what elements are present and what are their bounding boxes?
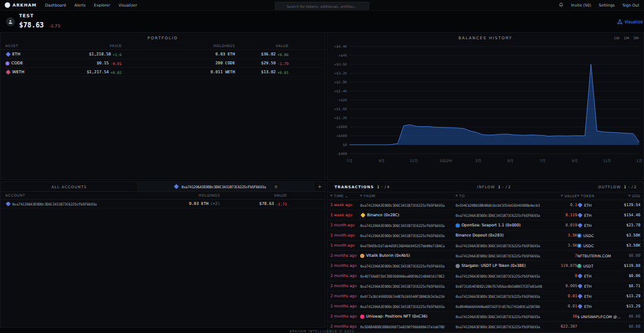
close-tab-icon[interactable]: × [274, 184, 278, 189]
column-header-asset[interactable]: ASSET [5, 43, 56, 48]
portfolio-asset[interactable]: ETH [5, 52, 56, 57]
entity-header: TEST $78.63 -1.73 Visualize [0, 11, 644, 32]
account-holdings-extra: (+2) [210, 201, 220, 206]
outflow-next-page-icon[interactable]: › [628, 185, 630, 189]
inflow-next-page-icon[interactable]: › [502, 185, 504, 189]
column-header-to[interactable]: ▼ TO [456, 194, 551, 198]
transaction-from[interactable]: 0x5D88A8DBC8B8696073e82907966600A37e1dd7… [360, 325, 456, 329]
transaction-time-link[interactable]: 2 months ago [330, 284, 360, 288]
svg-text:11月: 11月 [603, 158, 611, 163]
svg-text:1月: 1月 [636, 158, 642, 163]
transaction-from[interactable]: Binance (0x28C) [360, 213, 456, 217]
transaction-usd: $23.70 [621, 223, 640, 228]
transaction-time-link[interactable]: 1 week ago [330, 213, 360, 217]
range-1w-button[interactable]: 1W [614, 36, 620, 40]
transaction-to[interactable]: Binance Deposit (0x283) [456, 233, 551, 238]
svg-text:11月: 11月 [410, 158, 418, 163]
transaction-to[interactable]: 0x8731d54E9D82c28b767d56ac8b3d8037CD7e81… [456, 284, 551, 288]
transaction-from[interactable]: 0x4D73Ad872bC3DD368966ea0DE0b2148A01A178… [360, 274, 456, 278]
transaction-time-link[interactable]: 2 months ago [330, 263, 360, 268]
svg-text:3月: 3月 [475, 158, 481, 163]
tab-all-accounts[interactable]: ALL ACCOUNTS [1, 182, 138, 191]
transaction-time-link[interactable]: 1 week ago [330, 203, 360, 207]
column-header-value[interactable]: VALUE [235, 43, 289, 48]
column-header-acct-holdings[interactable]: HOLDINGS [163, 193, 220, 197]
transaction-to[interactable]: 0xa741296A3E9DDc3D6C3431B73C6225cFb5F669… [456, 274, 551, 278]
transaction-to[interactable]: 0xa741296A3E9DDc3D6C3431B73C6225cFb5F669… [456, 294, 551, 298]
transaction-time-link[interactable]: 2 months ago [330, 304, 360, 309]
add-account-button[interactable]: + [314, 182, 325, 191]
svg-text:+$4.4K: +$4.4K [334, 44, 347, 48]
entity-value-row: $78.63 -1.73 [19, 18, 60, 30]
transaction-from[interactable]: 0x0f7a36C499D5D67d4B7b169540F2B0026343e2… [360, 294, 456, 298]
visualize-button[interactable]: Visualize [617, 19, 643, 24]
column-header-holdings[interactable]: HOLDINGS [122, 43, 235, 48]
transaction-from[interactable]: 0xa741296A3E9DDc3D6C3431B73C6225cFb5F669… [360, 203, 456, 207]
transaction-time-link[interactable]: 2 months ago [330, 273, 360, 278]
transactions-next-page-icon[interactable]: › [381, 185, 383, 189]
token-name: NFTBUTERIN.COM [577, 254, 611, 258]
sign-out-button[interactable]: Sign Out [623, 3, 639, 8]
arkham-logo-icon[interactable] [5, 2, 10, 8]
token-name: ETH [584, 223, 592, 228]
transaction-to[interactable]: 0x594Cb20Bb5BB4Bdb1bcbC9354d16949988b4ec… [456, 203, 551, 207]
transaction-time-link[interactable]: 1 month ago [330, 243, 360, 248]
invite-button[interactable]: Invite (50) [571, 3, 592, 8]
svg-text:+$4K: +$4K [339, 53, 348, 57]
portfolio-asset[interactable]: CCODE [5, 61, 56, 66]
range-3m-button[interactable]: 3M [633, 36, 639, 40]
column-header-value[interactable]: ▼ VALUE [551, 194, 577, 198]
account-address-link[interactable]: 0xa741296A3E9DDc3D6C3431B73C6225cFb5F669… [5, 202, 163, 206]
transaction-from[interactable]: 0xa741296A3E9DDc3D6C3431B73C6225cFb5F669… [360, 234, 456, 238]
column-header-acct-value[interactable]: VALUE [220, 193, 287, 197]
transaction-row: 2 months agoVitalik Buterin (0xAb5)0xa74… [327, 251, 643, 261]
transaction-time-link[interactable]: 1 month ago [330, 223, 360, 228]
global-search-input[interactable] [275, 2, 369, 11]
column-header-usd[interactable]: ▼ USD [621, 194, 640, 198]
value-change: +0.06 [277, 52, 289, 57]
filter-funnel-icon: ▼ [628, 194, 631, 197]
nav-link-dashboard[interactable]: Dashboard [45, 3, 66, 8]
balances-history-chart[interactable]: +$4.4K+$4K+$3.6K+$3.2K+$2.8K+$2.4K+$2K+$… [328, 42, 644, 168]
transaction-value: 0.019 [551, 223, 577, 228]
transaction-from[interactable]: 0xe7DAE0cEd7ab4d50136D466945257bb00e718A… [360, 244, 456, 248]
transaction-to-entity: OpenSea: Seaport 1.1 (0x000) [462, 223, 521, 228]
nav-link-visualizer[interactable]: Visualizer [119, 3, 137, 8]
transaction-to-address: 0xa741296A3E9DDc3D6C3431B73C6225cFb5F669… [456, 244, 540, 248]
transaction-time-link[interactable]: 2 months ago [330, 324, 360, 329]
asset-name: WETH [13, 70, 24, 74]
transaction-to[interactable]: 0x8048b66A94A6e6D7A2F3fd57b1741b89Ca2507… [456, 304, 551, 309]
transaction-to[interactable]: Stargate: USDT LP Token (0x38E) [456, 263, 551, 268]
transaction-time-link[interactable]: 2 months ago [330, 253, 360, 258]
nav-link-alerts[interactable]: Alerts [75, 3, 86, 8]
column-header-price[interactable]: PRICE [56, 43, 122, 48]
transaction-to[interactable]: 0xa741296A3E9DDc3D6C3431B73C6225cFb5F669… [456, 244, 551, 248]
transaction-to[interactable]: OpenSea: Seaport 1.1 (0x000) [456, 223, 551, 228]
notification-bell-icon[interactable] [559, 2, 564, 8]
column-header-token[interactable]: ▼ TOKEN [577, 194, 621, 198]
transaction-from[interactable]: Vitalik Buterin (0xAb5) [360, 253, 456, 258]
nav-link-explorer[interactable]: Explorer [94, 3, 110, 8]
transaction-to[interactable]: 0xa741296A3E9DDc3D6C3431B73C6225cFb5F669… [456, 325, 551, 329]
column-header-from[interactable]: ▼ FROM [360, 194, 456, 198]
transaction-token: ETH [577, 223, 621, 228]
range-1m-button[interactable]: 1M [624, 36, 629, 40]
settings-button[interactable]: Settings [599, 3, 615, 8]
transaction-from[interactable]: 0xa741296A3E9DDc3D6C3431B73C6225cFb5F669… [360, 223, 456, 228]
portfolio-asset[interactable]: WETH [5, 70, 56, 74]
transaction-to[interactable]: 0xa741296A3E9DDc3D6C3431B73C6225cFb5F669… [456, 315, 551, 319]
tab-account-address[interactable]: 0xa741296A3E9DDc3D6C3431B73C6225cFb5F669… [138, 182, 314, 191]
transaction-to[interactable]: 0xa741296A3E9DDc3D6C3431B73C6225cFb5F669… [456, 254, 551, 258]
transaction-time-link[interactable]: 2 months ago [330, 294, 360, 298]
column-header-token-label: TOKEN [581, 194, 595, 198]
transaction-from[interactable]: Uniswap: Positions NFT (0xC36) [360, 314, 456, 319]
transaction-from[interactable]: 0xa741296A3E9DDc3D6C3431B73C6225cFb5F669… [360, 284, 456, 288]
column-header-time[interactable]: ▼ TIME ⌄ [330, 194, 360, 198]
transaction-to[interactable]: 0xa741296A3E9DDc3D6C3431B73C6225cFb5F669… [456, 213, 551, 217]
column-header-account[interactable]: ACCOUNT [5, 193, 163, 197]
portfolio-row: ETH$1,218.58+1.60.03 ETH$36.02+0.06 [1, 50, 325, 59]
transaction-time-link[interactable]: 2 months ago [330, 314, 360, 319]
transaction-time-link[interactable]: 1 month ago [330, 233, 360, 238]
transaction-from[interactable]: 0xa741296A3E9DDc3D6C3431B73C6225cFb5F669… [360, 304, 456, 309]
transaction-from[interactable]: 0xa741296A3E9DDc3D6C3431B73C6225cFb5F669… [360, 264, 456, 268]
